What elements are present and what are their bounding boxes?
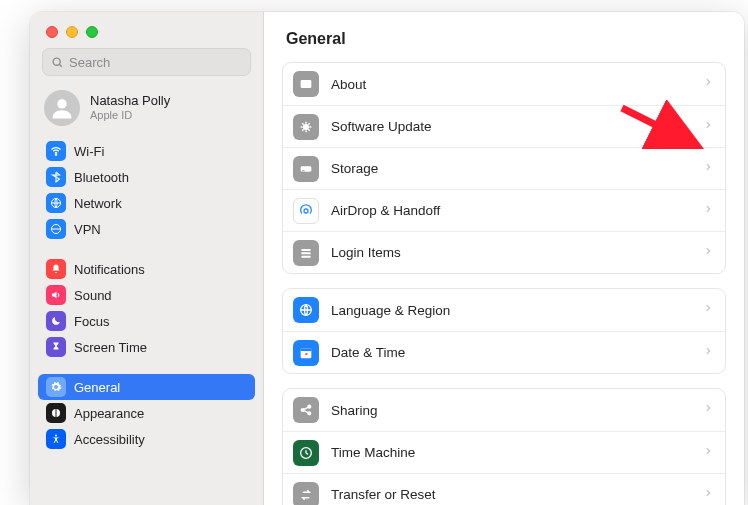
svg-rect-8 (301, 80, 312, 88)
svg-point-3 (55, 154, 56, 155)
row-label: Language & Region (331, 303, 691, 318)
sidebar-item-sound[interactable]: Sound (38, 282, 255, 308)
avatar (44, 90, 80, 126)
row-label: Transfer or Reset (331, 487, 691, 502)
svg-point-7 (55, 435, 57, 437)
bell-icon (46, 259, 66, 279)
wifi-icon (46, 141, 66, 161)
svg-rect-15 (301, 255, 310, 257)
fullscreen-window-button[interactable] (86, 26, 98, 38)
sidebar: Natasha Polly Apple ID Wi-FiBluetoothNet… (30, 12, 264, 505)
row-sharing[interactable]: Sharing (283, 389, 725, 431)
info-icon (293, 71, 319, 97)
svg-point-9 (304, 124, 309, 129)
accessibility-icon (46, 429, 66, 449)
network-icon (46, 193, 66, 213)
row-label: Date & Time (331, 345, 691, 360)
hourglass-icon (46, 337, 66, 357)
search-icon (51, 56, 64, 69)
minimize-window-button[interactable] (66, 26, 78, 38)
chevron-right-icon (703, 75, 713, 93)
sidebar-item-label: Bluetooth (74, 170, 129, 185)
sidebar-item-label: Network (74, 196, 122, 211)
row-login[interactable]: Login Items (283, 231, 725, 273)
svg-point-2 (57, 99, 66, 108)
profile-name: Natasha Polly (90, 94, 170, 109)
row-label: AirDrop & Handoff (331, 203, 691, 218)
search-input[interactable] (69, 55, 242, 70)
sidebar-item-network[interactable]: Network (38, 190, 255, 216)
svg-rect-19 (305, 353, 307, 355)
sidebar-item-notifications[interactable]: Notifications (38, 256, 255, 282)
settings-group: Language & RegionDate & Time (282, 288, 726, 374)
chevron-right-icon (703, 486, 713, 504)
vpn-icon (46, 219, 66, 239)
row-storage[interactable]: Storage (283, 147, 725, 189)
sidebar-item-wifi[interactable]: Wi-Fi (38, 138, 255, 164)
sidebar-item-label: Sound (74, 288, 112, 303)
row-label: Software Update (331, 119, 691, 134)
chevron-right-icon (703, 444, 713, 462)
gear-refresh-icon (293, 114, 319, 140)
window-traffic-lights (30, 12, 263, 48)
sidebar-list: Wi-FiBluetoothNetworkVPNNotificationsSou… (30, 138, 263, 452)
sidebar-item-label: VPN (74, 222, 101, 237)
sidebar-item-accessibility[interactable]: Accessibility (38, 426, 255, 452)
sidebar-item-vpn[interactable]: VPN (38, 216, 255, 242)
row-label: Storage (331, 161, 691, 176)
transfer-icon (293, 482, 319, 506)
speaker-icon (46, 285, 66, 305)
chevron-right-icon (703, 244, 713, 262)
row-transfer[interactable]: Transfer or Reset (283, 473, 725, 505)
disk-icon (293, 156, 319, 182)
appearance-icon (46, 403, 66, 423)
settings-group: AboutSoftware UpdateStorageAirDrop & Han… (282, 62, 726, 274)
close-window-button[interactable] (46, 26, 58, 38)
timemachine-icon (293, 440, 319, 466)
row-label: Sharing (331, 403, 691, 418)
sidebar-item-label: Focus (74, 314, 109, 329)
profile-subtitle: Apple ID (90, 109, 170, 122)
sidebar-item-general[interactable]: General (38, 374, 255, 400)
sidebar-item-label: General (74, 380, 120, 395)
page-title: General (286, 30, 726, 48)
sidebar-item-label: Appearance (74, 406, 144, 421)
row-about[interactable]: About (283, 63, 725, 105)
sidebar-item-bluetooth[interactable]: Bluetooth (38, 164, 255, 190)
svg-point-12 (304, 209, 308, 213)
sidebar-item-screentime[interactable]: Screen Time (38, 334, 255, 360)
sidebar-item-label: Wi-Fi (74, 144, 104, 159)
search-field[interactable] (42, 48, 251, 76)
row-label: Time Machine (331, 445, 691, 460)
svg-rect-13 (301, 249, 310, 251)
row-datetime[interactable]: Date & Time (283, 331, 725, 373)
settings-window: Natasha Polly Apple ID Wi-FiBluetoothNet… (30, 12, 744, 505)
calendar-icon (293, 340, 319, 366)
chevron-right-icon (703, 301, 713, 319)
settings-group: SharingTime MachineTransfer or Reset (282, 388, 726, 505)
chevron-right-icon (703, 118, 713, 136)
share-icon (293, 397, 319, 423)
chevron-right-icon (703, 202, 713, 220)
apple-id-profile[interactable]: Natasha Polly Apple ID (30, 86, 263, 138)
svg-point-21 (308, 405, 311, 408)
chevron-right-icon (703, 160, 713, 178)
row-software[interactable]: Software Update (283, 105, 725, 147)
row-timemachine[interactable]: Time Machine (283, 431, 725, 473)
svg-rect-14 (301, 252, 310, 254)
row-language[interactable]: Language & Region (283, 289, 725, 331)
main-panel: General AboutSoftware UpdateStorageAirDr… (264, 12, 744, 505)
sidebar-item-focus[interactable]: Focus (38, 308, 255, 334)
svg-line-1 (59, 64, 62, 67)
gear-icon (46, 377, 66, 397)
sidebar-item-appearance[interactable]: Appearance (38, 400, 255, 426)
globe-icon (293, 297, 319, 323)
sidebar-item-label: Screen Time (74, 340, 147, 355)
row-label: About (331, 77, 691, 92)
sidebar-item-label: Accessibility (74, 432, 145, 447)
row-label: Login Items (331, 245, 691, 260)
sidebar-item-label: Notifications (74, 262, 145, 277)
svg-point-22 (308, 412, 311, 415)
row-airdrop[interactable]: AirDrop & Handoff (283, 189, 725, 231)
svg-rect-11 (302, 170, 305, 171)
